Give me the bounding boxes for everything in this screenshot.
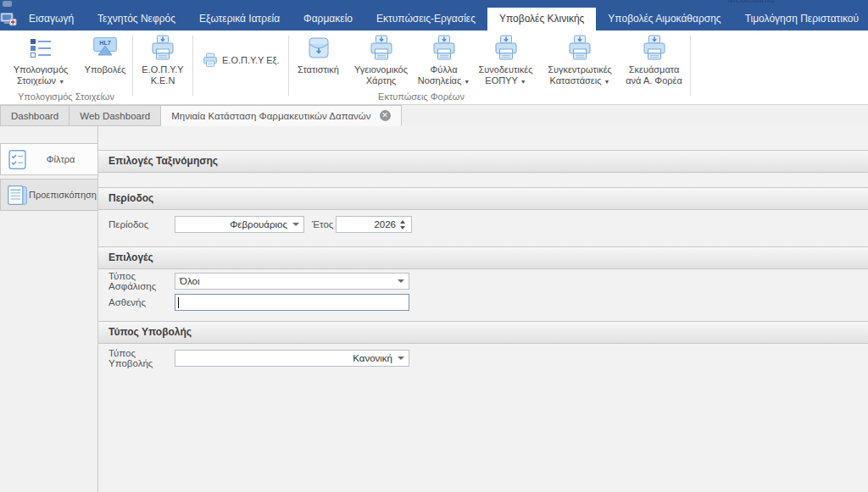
dropdown-arrow-icon: ▼ [604, 79, 610, 85]
menu-bar: Εισαγωγή Τεχνητός Νεφρός Εξωτερικά Ιατρε… [0, 8, 868, 30]
submission-type-section-header: Τύπος Υποβολής [98, 321, 868, 344]
sidebar-item-proepiskopisi[interactable]: Προεπισκόπηση [0, 179, 97, 211]
ribbon-group-ypologismos: Υπολογισμός Στοιχείων ▼ HL7 Υποβολές Υπο… [2, 30, 131, 104]
window-title: Medicalinfo [727, 0, 775, 4]
button-label: Συγκεντρωτικές Καταστάσεις [548, 64, 612, 86]
window-icon-fragment [3, 1, 12, 7]
insurance-type-dropdown[interactable]: Όλοι [175, 273, 409, 290]
app-icon[interactable] [0, 8, 17, 30]
insurance-type-label: Τύπος Ασφάλισης [108, 271, 175, 291]
printer-icon [566, 35, 593, 62]
tab-label: Μηνιαία Κατάσταση Φαρμακευτικών Δαπανών [171, 111, 370, 121]
sort-options-header: Επιλογές Ταξινόμησης [98, 150, 868, 173]
options-section-header: Επιλογές [98, 246, 868, 269]
ygeionomikos-xartis-button[interactable]: Υγειονομικός Χάρτης [347, 30, 416, 86]
chevron-down-icon [398, 279, 404, 283]
button-label: Σκευάσματα ανά Α. Φορέα [626, 64, 682, 86]
document-tab-strip: Dashboard Web Dashboard Μηνιαία Κατάστασ… [0, 105, 868, 126]
button-label: Ε.Ο.Π.Υ.Υ Κ.Ε.Ν [142, 64, 183, 86]
tab-label: Web Dashboard [80, 111, 150, 121]
period-section-header: Περίοδος [98, 187, 868, 210]
insurance-type-value: Όλοι [180, 276, 398, 286]
printer-small-icon [202, 53, 219, 68]
statistiki-button[interactable]: Στατιστική [291, 30, 347, 75]
menu-item-timologisi-peristatikou[interactable]: Τιμολόγηση Περιστατικού [733, 8, 868, 30]
ribbon: Υπολογισμός Στοιχείων ▼ HL7 Υποβολές Υπο… [0, 30, 868, 105]
tab-web-dashboard[interactable]: Web Dashboard [70, 105, 161, 126]
preview-document-icon [6, 184, 29, 207]
printer-icon [641, 35, 668, 62]
tab-close-icon[interactable]: ✕ [380, 110, 391, 121]
patient-label: Ασθενής [108, 297, 175, 307]
hl7-monitor-icon: HL7 [92, 35, 119, 62]
tab-label: Dashboard [11, 111, 58, 121]
title-bar: Medicalinfo [0, 0, 868, 8]
app-logo-icon [0, 12, 17, 26]
ribbon-group-ektyposeis-foreon: Στατιστική Υγειονομικός Χάρτης [291, 30, 688, 104]
printer-icon [431, 35, 458, 62]
button-label: Υποβολές [85, 64, 126, 75]
menu-item-ypovoles-aimokatharsis[interactable]: Υποβολές Αιμοκάθαρσης [596, 8, 732, 30]
submission-type-dropdown[interactable]: Κανονική [175, 350, 409, 367]
button-label: Υγειονομικός Χάρτης [354, 64, 408, 86]
button-label: Ε.Ο.Π.Υ.Υ Εξ. [222, 55, 280, 65]
ribbon-separator [288, 36, 289, 96]
eopyy-ken-button[interactable]: Ε.Ο.Π.Υ.Υ Κ.Ε.Ν [135, 30, 191, 86]
ribbon-group-label: Εκτυπώσεις Φορέων [291, 91, 688, 104]
fylla-nosileias-button[interactable]: Φύλλα Νοσηλείας ▼ [416, 30, 472, 87]
ribbon-separator [132, 36, 133, 96]
submission-type-value: Κανονική [180, 353, 398, 363]
text-cursor [178, 297, 179, 308]
period-value: Φεβρουάριος [180, 219, 292, 229]
menu-item-farmakeio[interactable]: Φαρμακείο [292, 8, 364, 30]
ribbon-group-eopyy-ken: Ε.Ο.Π.Υ.Υ Κ.Ε.Ν [135, 30, 191, 104]
ypovoles-button[interactable]: HL7 Υποβολές [80, 30, 131, 75]
tab-dashboard[interactable]: Dashboard [0, 105, 70, 126]
content-area: Φίλτρα Προεπισκόπηση Επιλογές Ταξινόμηση… [0, 126, 868, 492]
filter-clipboard-icon [6, 148, 29, 171]
ribbon-separator [192, 36, 193, 96]
synodeytikes-eopyy-button[interactable]: Συνοδευτικές ΕΟΠΥΥ ▼ [472, 30, 540, 87]
button-label: Στατιστική [298, 64, 339, 75]
year-label: Έτος [312, 219, 336, 229]
menu-item-eisagogi[interactable]: Εισαγωγή [17, 8, 86, 30]
patient-input[interactable] [175, 294, 409, 311]
menu-item-ypovoles-klinikis[interactable]: Υποβολές Κλινικής [487, 8, 596, 30]
submission-type-label: Τύπος Υποβολής [108, 348, 175, 368]
sidebar-item-label: Προεπισκόπηση [29, 190, 97, 200]
ribbon-separator [690, 36, 691, 96]
printer-icon [368, 35, 395, 62]
sidebar-item-label: Φίλτρα [29, 154, 92, 164]
dropdown-arrow-icon: ▼ [58, 79, 64, 85]
spin-up-icon[interactable] [400, 220, 405, 224]
skeyasmata-ana-forea-button[interactable]: Σκευάσματα ανά Α. Φορέα [620, 30, 688, 86]
dropdown-arrow-icon: ▼ [464, 79, 470, 85]
eopyy-ex-button[interactable]: Ε.Ο.Π.Υ.Υ Εξ. [195, 53, 287, 68]
chevron-down-icon [292, 223, 299, 226]
printer-icon [149, 35, 176, 62]
spin-down-icon[interactable] [400, 226, 405, 229]
menu-item-exoterika-iatreia[interactable]: Εξωτερικά Ιατρεία [187, 8, 292, 30]
menu-item-texnitos-nefros[interactable]: Τεχνητός Νεφρός [86, 8, 187, 30]
dropdown-arrow-icon: ▼ [520, 79, 526, 85]
menu-item-ektyposeis-ergasies[interactable]: Εκτυπώσεις-Εργασίες [364, 8, 487, 30]
archive-icon [305, 35, 332, 62]
filters-panel: Επιλογές Ταξινόμησης Περίοδος Περίοδος Φ… [98, 126, 868, 492]
ypologismos-stoixeion-button[interactable]: Υπολογισμός Στοιχείων ▼ [2, 30, 80, 87]
period-dropdown[interactable]: Φεβρουάριος [175, 216, 304, 233]
sidebar-item-filtra[interactable]: Φίλτρα [0, 143, 97, 175]
printer-icon [492, 35, 520, 62]
period-label: Περίοδος [108, 219, 175, 229]
left-sidebar: Φίλτρα Προεπισκόπηση [0, 126, 98, 492]
ribbon-group-eopyy-ex: Ε.Ο.Π.Υ.Υ Εξ. [195, 30, 287, 104]
list-icon [27, 35, 54, 62]
tab-miniaia-katastasi[interactable]: Μηνιαία Κατάσταση Φαρμακευτικών Δαπανών … [161, 105, 401, 126]
sygkentrotikes-katastaseis-button[interactable]: Συγκεντρωτικές Καταστάσεις ▼ [540, 30, 620, 87]
button-label: Φύλλα Νοσηλείας [418, 64, 461, 86]
year-spinner[interactable]: 2026 [336, 216, 412, 233]
year-value: 2026 [337, 219, 400, 229]
chevron-down-icon [398, 357, 404, 360]
ribbon-group-label: Υπολογισμός Στοιχείων [2, 91, 131, 104]
